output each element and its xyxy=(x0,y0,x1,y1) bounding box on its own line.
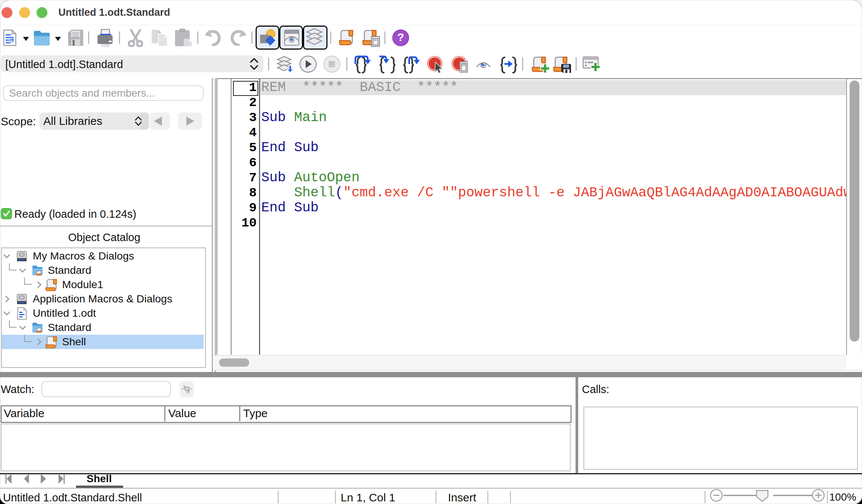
svg-text:?: ? xyxy=(397,31,404,43)
